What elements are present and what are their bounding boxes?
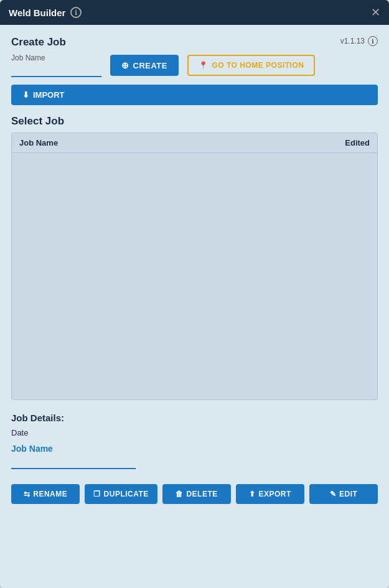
create-button-label: CREATE	[133, 61, 167, 70]
delete-icon: 🗑	[176, 490, 184, 498]
rename-button[interactable]: ⇆ RENAME	[11, 484, 80, 504]
export-label: EXPORT	[259, 490, 291, 498]
version-label: v1.1.13	[340, 37, 365, 45]
job-table-body[interactable]	[12, 153, 377, 399]
title-info-icon[interactable]: ℹ	[70, 7, 82, 18]
date-label: Date	[11, 428, 378, 437]
duplicate-label: DUPLICATE	[104, 490, 149, 498]
plus-icon: ⊕	[121, 60, 129, 70]
edit-icon: ✎	[330, 490, 337, 498]
import-label: IMPORT	[33, 90, 65, 100]
import-button[interactable]: ⬇ IMPORT	[11, 85, 378, 105]
job-table: Job Name Edited	[11, 133, 378, 400]
bottom-buttons: ⇆ RENAME ❐ DUPLICATE 🗑 DELETE ⬆ EXPORT ✎…	[11, 484, 378, 504]
duplicate-icon: ❐	[93, 490, 101, 498]
export-button[interactable]: ⬆ EXPORT	[236, 484, 304, 504]
job-name-input[interactable]	[11, 65, 101, 77]
duplicate-button[interactable]: ❐ DUPLICATE	[85, 484, 157, 504]
job-details-section: Job Details: Date Job Name	[11, 413, 378, 478]
rename-label: RENAME	[33, 490, 67, 498]
job-name-label: Job Name	[11, 54, 101, 62]
export-icon: ⬆	[249, 490, 256, 498]
edit-button[interactable]: ✎ EDIT	[309, 484, 378, 504]
pin-icon: 📍	[199, 61, 209, 70]
create-row: Job Name ⊕ CREATE 📍 GO TO HOME POSITION	[11, 54, 378, 77]
goto-home-label: GO TO HOME POSITION	[212, 61, 304, 70]
top-row: Create Job v1.1.13 ℹ	[11, 36, 378, 54]
import-icon: ⬇	[22, 90, 29, 100]
main-window: Weld Builder ℹ ✕ Create Job v1.1.13 ℹ Jo…	[0, 0, 389, 588]
col-job-name: Job Name	[19, 138, 307, 147]
close-button[interactable]: ✕	[371, 7, 380, 18]
job-name-wrap: Job Name	[11, 54, 101, 77]
col-edited: Edited	[307, 138, 370, 147]
select-job-section: Select Job Job Name Edited	[11, 115, 378, 400]
job-name-detail-input[interactable]	[11, 457, 136, 469]
create-button[interactable]: ⊕ CREATE	[110, 55, 179, 76]
rename-icon: ⇆	[24, 490, 30, 498]
title-bar: Weld Builder ℹ ✕	[0, 0, 389, 25]
create-job-title: Create Job	[11, 36, 66, 49]
edit-label: EDIT	[339, 490, 357, 498]
job-table-header: Job Name Edited	[12, 133, 377, 153]
version-info-icon[interactable]: ℹ	[368, 36, 378, 46]
goto-home-button[interactable]: 📍 GO TO HOME POSITION	[187, 55, 315, 76]
delete-button[interactable]: 🗑 DELETE	[162, 484, 231, 504]
job-name-detail-label: Job Name	[11, 444, 378, 454]
app-title: Weld Builder	[9, 7, 65, 18]
select-job-title: Select Job	[11, 115, 378, 128]
delete-label: DELETE	[186, 490, 217, 498]
title-bar-left: Weld Builder ℹ	[9, 7, 82, 18]
version-row: v1.1.13 ℹ	[340, 36, 378, 46]
content-area: Create Job v1.1.13 ℹ Job Name ⊕ CREATE 📍…	[0, 25, 389, 588]
job-details-title: Job Details:	[11, 413, 378, 423]
